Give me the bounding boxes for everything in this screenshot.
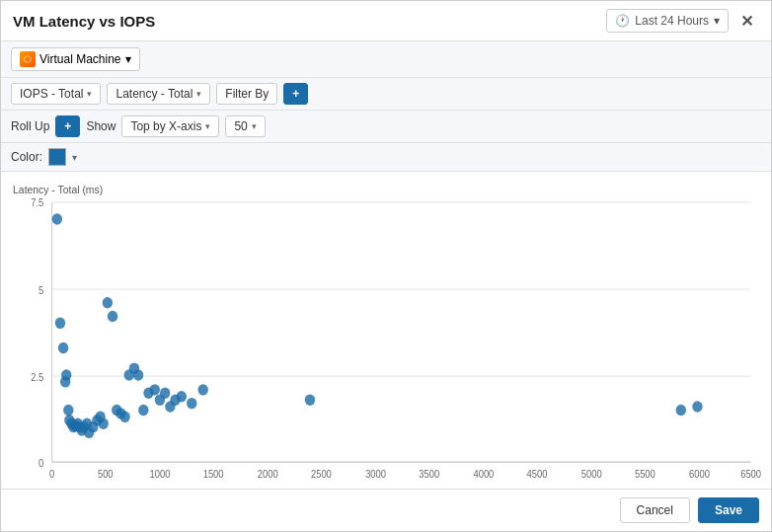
y-tick-2.5: 2.5 xyxy=(31,371,44,383)
data-point xyxy=(187,398,196,409)
svg-text:4000: 4000 xyxy=(473,469,494,481)
color-label: Color: xyxy=(11,150,42,164)
dialog-title: VM Latency vs IOPS xyxy=(13,13,155,30)
svg-text:1000: 1000 xyxy=(150,469,171,481)
close-button[interactable]: ✕ xyxy=(734,10,759,33)
chevron-down-icon: ▾ xyxy=(714,14,720,28)
y-axis-label: Latency - Total (ms) xyxy=(13,183,103,195)
latency-dropdown-label: Latency - Total xyxy=(116,87,193,101)
dialog-header: VM Latency vs IOPS 🕐 Last 24 Hours ▾ ✕ xyxy=(1,1,771,41)
top-count-caret: ▾ xyxy=(252,121,257,131)
data-point xyxy=(160,388,170,399)
svg-text:3500: 3500 xyxy=(419,469,439,481)
header-right: 🕐 Last 24 Hours ▾ ✕ xyxy=(606,9,759,33)
svg-text:3000: 3000 xyxy=(365,469,386,481)
x-axis-label: IOPS - Total (IO/s) xyxy=(359,484,443,485)
iops-dropdown-label: IOPS - Total xyxy=(20,87,83,101)
data-point xyxy=(305,394,315,405)
iops-dropdown[interactable]: IOPS - Total ▾ xyxy=(11,83,101,105)
clock-icon: 🕐 xyxy=(615,14,630,28)
data-point xyxy=(150,384,160,395)
dialog: VM Latency vs IOPS 🕐 Last 24 Hours ▾ ✕ ⬡… xyxy=(0,0,772,532)
toolbar-row4: Color: ▾ xyxy=(1,143,771,172)
svg-text:5500: 5500 xyxy=(635,469,656,481)
toolbar-row2: IOPS - Total ▾ Latency - Total ▾ Filter … xyxy=(1,78,771,111)
toolbar-row1: ⬡ Virtual Machine ▾ xyxy=(1,41,771,78)
filter-add-button[interactable]: + xyxy=(283,83,308,105)
iops-caret: ▾ xyxy=(87,89,92,99)
data-point xyxy=(52,213,62,224)
svg-text:2500: 2500 xyxy=(311,469,332,481)
top-by-xaxis-label: Top by X-axis xyxy=(130,119,201,133)
footer: Cancel Save xyxy=(1,489,771,531)
svg-text:2000: 2000 xyxy=(258,469,278,481)
latency-dropdown[interactable]: Latency - Total ▾ xyxy=(107,83,210,105)
data-point xyxy=(133,369,143,380)
data-point xyxy=(108,311,117,322)
y-tick-0: 0 xyxy=(39,457,44,469)
color-caret: ▾ xyxy=(72,152,77,163)
svg-text:5000: 5000 xyxy=(581,469,602,481)
show-label: Show xyxy=(86,119,116,133)
data-point xyxy=(138,405,148,416)
color-swatch[interactable] xyxy=(48,148,66,166)
roll-up-label: Roll Up xyxy=(11,119,49,133)
svg-text:1500: 1500 xyxy=(203,469,224,481)
top-by-xaxis-caret: ▾ xyxy=(205,121,210,131)
data-point xyxy=(63,405,73,416)
roll-up-button[interactable]: + xyxy=(55,115,80,137)
svg-text:4500: 4500 xyxy=(527,469,548,481)
data-point xyxy=(119,412,129,422)
data-point xyxy=(98,418,108,428)
top-count-dropdown[interactable]: 50 ▾ xyxy=(225,115,265,137)
latency-caret: ▾ xyxy=(196,89,201,99)
vm-icon: ⬡ xyxy=(20,51,36,67)
save-button[interactable]: Save xyxy=(698,497,759,523)
svg-text:6500: 6500 xyxy=(740,469,761,481)
chart-area: Latency - Total (ms) 7.5 5 2.5 0 0 500 1… xyxy=(1,172,771,489)
svg-text:500: 500 xyxy=(98,469,114,481)
data-point xyxy=(177,391,187,402)
filter-by-dropdown[interactable]: Filter By xyxy=(216,83,277,105)
data-point xyxy=(61,369,71,380)
data-point xyxy=(197,384,207,395)
data-point xyxy=(55,318,65,329)
toolbar-row3: Roll Up + Show Top by X-axis ▾ 50 ▾ xyxy=(1,111,771,143)
top-by-xaxis-dropdown[interactable]: Top by X-axis ▾ xyxy=(121,115,219,137)
time-selector[interactable]: 🕐 Last 24 Hours ▾ xyxy=(606,9,729,33)
svg-text:6000: 6000 xyxy=(689,469,710,481)
data-point xyxy=(58,342,68,353)
vm-label: Virtual Machine xyxy=(39,52,121,66)
time-label: Last 24 Hours xyxy=(635,14,709,28)
filter-by-label: Filter By xyxy=(225,87,269,101)
data-point xyxy=(676,405,686,416)
vm-badge[interactable]: ⬡ Virtual Machine ▾ xyxy=(11,47,140,71)
data-point xyxy=(103,297,113,308)
top-count-label: 50 xyxy=(234,119,247,133)
y-tick-5: 5 xyxy=(39,284,44,296)
cancel-button[interactable]: Cancel xyxy=(620,497,690,523)
svg-text:0: 0 xyxy=(49,469,55,481)
vm-dropdown-caret: ▾ xyxy=(125,52,131,66)
scatter-chart: Latency - Total (ms) 7.5 5 2.5 0 0 500 1… xyxy=(11,180,761,485)
data-point xyxy=(692,401,702,412)
y-tick-7.5: 7.5 xyxy=(31,197,44,209)
